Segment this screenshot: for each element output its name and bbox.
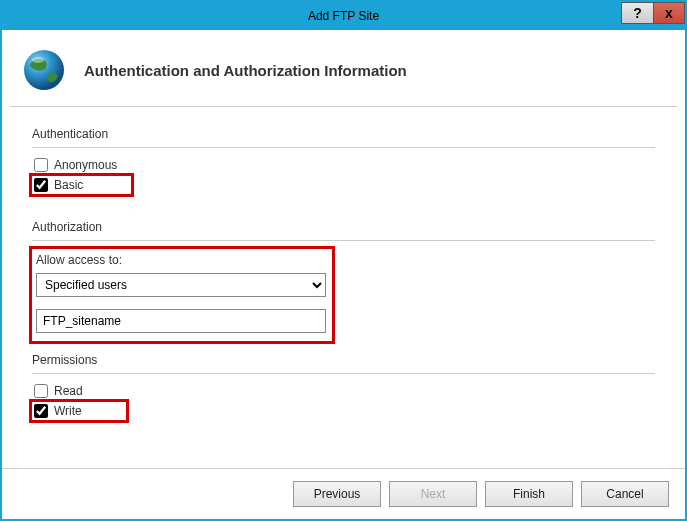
allow-access-block: Allow access to: Specified users (32, 249, 332, 341)
content-area: Authentication and Authorization Informa… (2, 30, 685, 519)
help-button[interactable]: ? (621, 2, 653, 24)
authentication-group: Authentication Anonymous Basic (32, 127, 655, 194)
allow-access-label: Allow access to: (36, 253, 326, 267)
authorization-group: Authorization Allow access to: Specified… (32, 220, 655, 341)
read-checkbox[interactable] (34, 384, 48, 398)
next-button[interactable]: Next (389, 481, 477, 507)
globe-icon (20, 46, 68, 94)
allow-access-select[interactable]: Specified users (36, 273, 326, 297)
permissions-group: Permissions Read Write (32, 353, 655, 420)
close-icon: x (665, 5, 673, 21)
anonymous-checkbox[interactable] (34, 158, 48, 172)
anonymous-label: Anonymous (54, 158, 117, 172)
dialog-window: Add FTP Site ? x (0, 0, 687, 521)
authorization-divider (32, 240, 655, 241)
write-checkbox-row[interactable]: Write (32, 402, 126, 420)
permissions-label: Permissions (32, 353, 655, 367)
page-heading: Authentication and Authorization Informa… (84, 62, 407, 79)
users-input[interactable] (36, 309, 326, 333)
cancel-button[interactable]: Cancel (581, 481, 669, 507)
write-checkbox[interactable] (34, 404, 48, 418)
basic-checkbox-row[interactable]: Basic (32, 176, 131, 194)
basic-checkbox[interactable] (34, 178, 48, 192)
help-icon: ? (633, 5, 642, 21)
svg-point-1 (32, 57, 44, 63)
read-label: Read (54, 384, 83, 398)
authentication-label: Authentication (32, 127, 655, 141)
body-area: Authentication Anonymous Basic Authoriza… (2, 107, 685, 468)
titlebar: Add FTP Site ? x (2, 2, 685, 30)
page-header: Authentication and Authorization Informa… (2, 30, 685, 106)
permissions-divider (32, 373, 655, 374)
previous-button[interactable]: Previous (293, 481, 381, 507)
finish-button[interactable]: Finish (485, 481, 573, 507)
titlebar-buttons: ? x (621, 2, 685, 24)
allow-access-select-wrap: Specified users (36, 273, 326, 297)
anonymous-checkbox-row[interactable]: Anonymous (32, 156, 121, 174)
window-title: Add FTP Site (2, 9, 685, 23)
close-button[interactable]: x (653, 2, 685, 24)
write-label: Write (54, 404, 82, 418)
svg-point-0 (24, 50, 64, 90)
authorization-label: Authorization (32, 220, 655, 234)
basic-label: Basic (54, 178, 83, 192)
read-checkbox-row[interactable]: Read (32, 382, 87, 400)
authentication-divider (32, 147, 655, 148)
footer-buttons: Previous Next Finish Cancel (2, 468, 685, 519)
